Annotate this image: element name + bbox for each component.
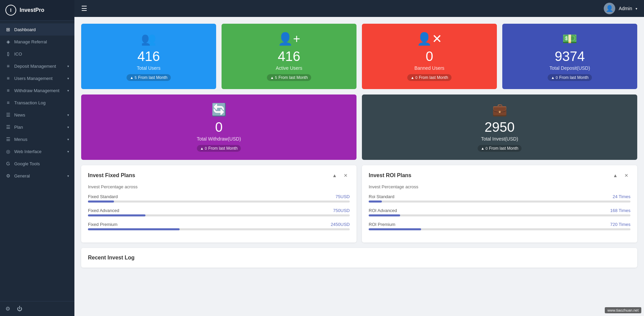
nav-icon-manage-referral: ◈ — [5, 39, 11, 44]
sidebar-item-general[interactable]: ⚙ General ▾ — [0, 170, 74, 182]
roi-plans-subtitle: Invest Percentage across — [369, 184, 630, 189]
plan-item: ROI Advanced 168 Times — [369, 208, 630, 216]
nav-label-plan: Plan — [14, 125, 64, 130]
stat-badge-text-total-deposit: From last Month — [559, 75, 589, 80]
stat-card-total-withdraw: 🔄 0 Total Withdraw(USD) ▲ 0 From last Mo… — [81, 94, 356, 160]
plan-bar-fill — [88, 201, 114, 203]
stat-badge-num-banned-users: ▲ 0 — [411, 76, 417, 80]
plan-item-value: 720 Times — [610, 222, 630, 227]
fixed-plans-close-btn[interactable]: ✕ — [342, 172, 350, 179]
plan-item: Roi Standard 24 Times — [369, 194, 630, 203]
stat-badge-text-active-users: From last Month — [278, 75, 308, 80]
stat-number-total-invest: 2950 — [485, 120, 515, 135]
plan-item-name: Fixed Premium — [88, 222, 117, 227]
sidebar-item-menus[interactable]: ☰ Menus ▾ — [0, 133, 74, 145]
nav-label-manage-referral: Manage Referral — [14, 39, 69, 44]
plan-item-row: Fixed Standard 75USD — [88, 194, 350, 199]
stat-badge-num-total-withdraw: ▲ 0 — [200, 146, 207, 150]
topbar: ☰ 👤 Admin ▾ — [74, 0, 644, 17]
roi-plans-close-btn[interactable]: ✕ — [622, 172, 630, 179]
sidebar-nav: ⊞ Dashboard ◈ Manage Referral ₿ ICO ≡ De… — [0, 21, 74, 301]
stat-number-banned-users: 0 — [426, 49, 433, 64]
nav-arrow-web-interface: ▾ — [67, 150, 69, 153]
plan-item-value: 168 Times — [610, 208, 630, 213]
plan-item-value: 75USD — [336, 194, 350, 199]
nav-icon-plan: ☰ — [5, 124, 11, 130]
stat-badge-active-users: ▲ 5 From last Month — [267, 74, 311, 81]
nav-icon-dashboard: ⊞ — [5, 27, 11, 32]
brand-name: InvestPro — [20, 7, 44, 13]
stat-cards-row1: 👥 416 Total Users ▲ 5 From last Month 👤+… — [81, 24, 637, 89]
sidebar-item-ico[interactable]: ₿ ICO — [0, 48, 74, 60]
stat-label-total-users: Total Users — [137, 65, 160, 71]
fixed-plans-collapse-btn[interactable]: ▲ — [330, 172, 339, 179]
nav-arrow-withdraw-management: ▾ — [67, 89, 69, 92]
nav-label-transaction-log: Transaction Log — [14, 100, 69, 105]
nav-label-withdraw-management: Withdraw Management — [14, 88, 64, 93]
plan-bar-bg — [369, 214, 630, 216]
stat-badge-total-withdraw: ▲ 0 From last Month — [197, 145, 241, 152]
sidebar-item-plan[interactable]: ☰ Plan ▾ — [0, 121, 74, 133]
nav-icon-transaction-log: ≡ — [5, 100, 11, 105]
plan-item-name: ROI Premium — [369, 222, 395, 227]
nav-icon-users-management: ≡ — [5, 76, 11, 81]
stat-icon-total-users: 👥 — [141, 32, 156, 46]
sidebar-item-news[interactable]: ☰ News ▾ — [0, 109, 74, 121]
nav-label-google-tools: Google Tools — [14, 161, 69, 166]
stat-number-total-withdraw: 0 — [215, 120, 223, 135]
sidebar-item-dashboard[interactable]: ⊞ Dashboard — [0, 23, 74, 36]
roi-plans-header: Invest ROI Plans ▲ ✕ — [369, 172, 630, 179]
stat-badge-num-total-deposit: ▲ 0 — [551, 76, 558, 80]
fixed-plans-title: Invest Fixed Plans — [88, 172, 135, 178]
logout-icon[interactable]: ⏻ — [17, 306, 22, 312]
plan-item-name: Roi Standard — [369, 194, 394, 199]
nav-label-news: News — [14, 112, 64, 118]
plan-bar-fill — [369, 214, 400, 216]
nav-label-users-management: Users Management — [14, 76, 64, 81]
stat-icon-total-withdraw: 🔄 — [211, 103, 227, 117]
stat-card-total-deposit: 💵 9374 Total Deposit(USD) ▲ 0 From last … — [502, 24, 637, 89]
admin-dropdown-arrow[interactable]: ▾ — [636, 7, 637, 10]
stat-badge-total-users: ▲ 5 From last Month — [127, 74, 171, 81]
sidebar-item-transaction-log[interactable]: ≡ Transaction Log — [0, 97, 74, 109]
roi-plans-collapse-btn[interactable]: ▲ — [611, 172, 620, 179]
sidebar-item-google-tools[interactable]: G Google Tools — [0, 157, 74, 170]
stat-number-active-users: 416 — [278, 49, 300, 64]
nav-icon-news: ☰ — [5, 112, 11, 118]
plan-bar-fill — [369, 201, 382, 203]
nav-label-menus: Menus — [14, 137, 64, 142]
sidebar-item-web-interface[interactable]: ◎ Web Interface ▾ — [0, 145, 74, 157]
sidebar-item-deposit-management[interactable]: ≡ Deposit Management ▾ — [0, 60, 74, 72]
plan-item-row: Fixed Premium 2450USD — [88, 222, 350, 227]
plan-item-name: ROI Advanced — [369, 208, 397, 213]
plan-bar-bg — [88, 201, 350, 203]
plan-bar-bg — [88, 228, 350, 230]
nav-label-deposit-management: Deposit Management — [14, 64, 64, 69]
stat-badge-total-deposit: ▲ 0 From last Month — [548, 74, 592, 81]
plan-item: Fixed Standard 75USD — [88, 194, 350, 203]
stat-number-total-deposit: 9374 — [555, 49, 585, 64]
nav-icon-general: ⚙ — [5, 173, 11, 178]
plan-item-row: Fixed Advanced 750USD — [88, 208, 350, 213]
logo-icon: I — [5, 5, 16, 16]
sidebar-item-withdraw-management[interactable]: ≡ Withdraw Management ▾ — [0, 84, 74, 97]
roi-plans-title: Invest ROI Plans — [369, 172, 411, 178]
stat-icon-active-users: 👤+ — [278, 32, 300, 46]
nav-arrow-users-management: ▾ — [67, 77, 69, 80]
stat-badge-num-active-users: ▲ 5 — [270, 76, 277, 80]
settings-icon[interactable]: ⚙ — [5, 306, 10, 312]
stat-label-banned-users: Banned Users — [414, 65, 444, 71]
invest-roi-plans-card: Invest ROI Plans ▲ ✕ Invest Percentage a… — [362, 165, 637, 243]
stat-card-active-users: 👤+ 416 Active Users ▲ 5 From last Month — [222, 24, 356, 89]
nav-arrow-news: ▾ — [67, 113, 69, 117]
sidebar-item-users-management[interactable]: ≡ Users Management ▾ — [0, 72, 74, 84]
plan-item-name: Fixed Standard — [88, 194, 118, 199]
sidebar-item-manage-referral[interactable]: ◈ Manage Referral — [0, 36, 74, 48]
stat-icon-total-invest: 💼 — [492, 103, 507, 117]
fixed-plans-header: Invest Fixed Plans ▲ ✕ — [88, 172, 350, 179]
recent-invest-log-title: Recent Invest Log — [88, 255, 630, 261]
avatar: 👤 — [604, 3, 615, 14]
stat-card-total-invest: 💼 2950 Total Invest(USD) ▲ 0 From last M… — [362, 94, 637, 160]
hamburger-icon[interactable]: ☰ — [81, 4, 87, 13]
plan-item-value: 24 Times — [613, 194, 630, 199]
